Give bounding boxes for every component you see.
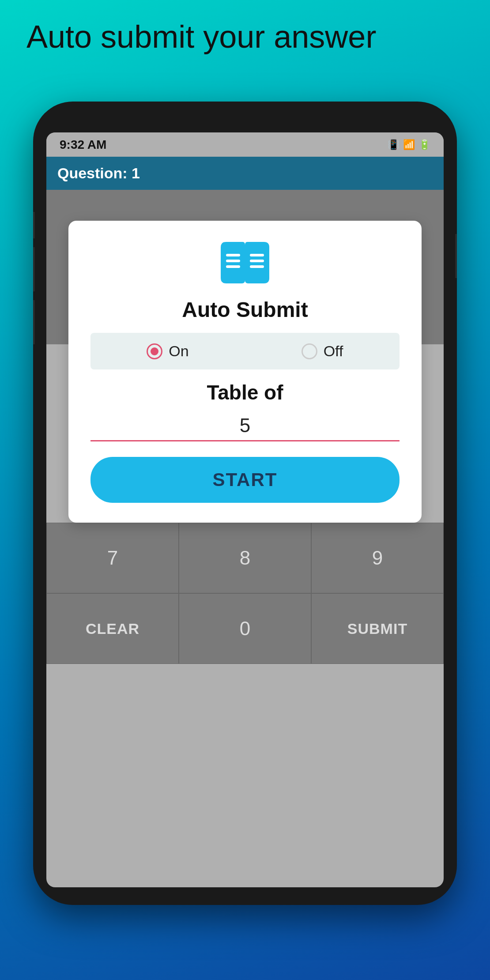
start-button[interactable]: START [90, 457, 400, 503]
table-number-input[interactable] [90, 411, 400, 441]
key-submit[interactable]: SUBMIT [311, 593, 444, 664]
radio-on-circle [147, 343, 162, 359]
phone-frame: 9:32 AM 📳 📶 🔋 Question: 1 [33, 102, 457, 905]
dialog-title: Auto Submit [90, 298, 400, 322]
volume-down-button [33, 300, 35, 344]
question-bar: Question: 1 [46, 157, 444, 190]
vibrate-icon: 📳 [388, 139, 400, 151]
dialog-icon-container [90, 238, 400, 289]
auto-submit-dialog: Auto Submit On Off Table of [68, 221, 422, 523]
phone-screen: 9:32 AM 📳 📶 🔋 Question: 1 [46, 132, 444, 887]
mute-button [33, 212, 35, 238]
key-9[interactable]: 9 [311, 523, 444, 593]
volume-up-button [33, 247, 35, 291]
status-time: 9:32 AM [60, 138, 106, 152]
status-bar: 9:32 AM 📳 📶 🔋 [46, 132, 444, 157]
key-8[interactable]: 8 [179, 523, 311, 593]
svg-rect-4 [250, 260, 264, 262]
status-icons: 📳 📶 🔋 [388, 139, 430, 151]
key-0[interactable]: 0 [179, 593, 311, 664]
signal-icon: 📶 [403, 139, 415, 151]
battery-icon: 🔋 [418, 139, 430, 151]
page-title: Auto submit your answer [26, 18, 464, 56]
power-button [455, 234, 457, 278]
radio-off-option[interactable]: Off [245, 333, 400, 369]
key-clear[interactable]: CLEAR [46, 593, 179, 664]
dialog-wrapper: Auto Submit On Off Table of [46, 221, 444, 523]
svg-rect-3 [250, 254, 264, 256]
svg-rect-5 [250, 265, 264, 268]
radio-on-label: On [169, 343, 188, 360]
number-input-container [90, 411, 400, 441]
radio-off-label: Off [324, 343, 343, 360]
keypad-area: 7 8 9 CLEAR 0 SUBMIT [46, 523, 444, 664]
svg-rect-1 [226, 260, 240, 262]
radio-off-circle [302, 343, 317, 359]
question-label: Question: 1 [57, 165, 140, 182]
radio-group[interactable]: On Off [90, 333, 400, 369]
table-of-label: Table of [90, 381, 400, 404]
radio-on-option[interactable]: On [90, 333, 245, 369]
book-icon [216, 238, 274, 287]
svg-rect-2 [226, 265, 240, 268]
key-7[interactable]: 7 [46, 523, 179, 593]
svg-rect-0 [226, 254, 240, 256]
